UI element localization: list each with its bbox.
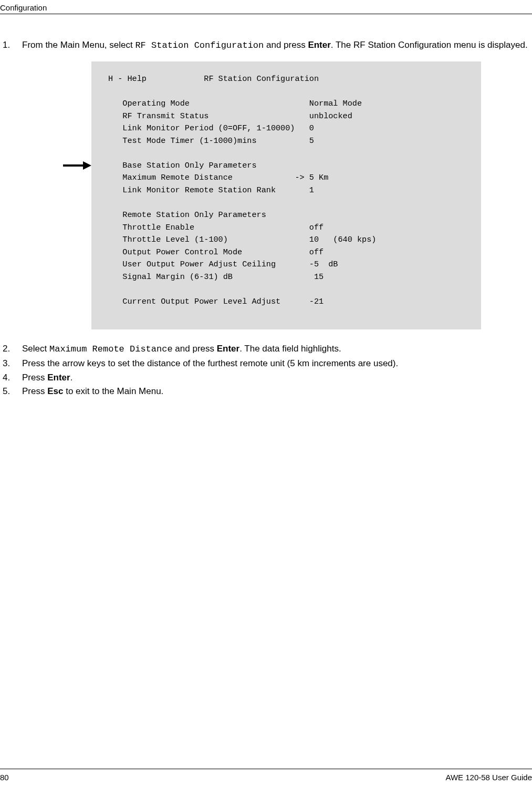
arrow-right-icon	[63, 160, 91, 171]
step-text-post: . The data field highlights.	[239, 344, 341, 354]
step-number: 2.	[3, 343, 10, 355]
step-3: 3. Press the arrow keys to set the dista…	[0, 358, 532, 370]
step-text-mid: and press	[173, 344, 217, 354]
step-text-post: . The RF Station Configuration menu is d…	[331, 40, 528, 50]
step-text-pre: From the Main Menu, select	[22, 40, 135, 50]
page-number: 80	[0, 773, 9, 782]
terminal-text: H - Help RF Station Configuration Operat…	[91, 61, 481, 329]
step-code: Maximum Remote Distance	[49, 344, 173, 354]
header-section-title: Configuration	[0, 3, 47, 12]
step-2: 2. Select Maximum Remote Distance and pr…	[0, 343, 532, 356]
step-text-post: .	[70, 373, 73, 382]
svg-marker-1	[83, 161, 91, 170]
step-text-post: to exit to the Main Menu.	[63, 386, 163, 396]
step-number: 3.	[3, 358, 10, 370]
step-list: 1. From the Main Menu, select RF Station…	[0, 39, 532, 398]
terminal-screenshot: H - Help RF Station Configuration Operat…	[91, 61, 481, 329]
step-4: 4. Press Enter.	[0, 372, 532, 384]
guide-title: AWE 120-58 User Guide	[445, 773, 532, 782]
step-number: 5.	[3, 386, 10, 398]
step-text-pre: Press	[22, 373, 47, 382]
step-1: 1. From the Main Menu, select RF Station…	[0, 39, 532, 329]
step-code: RF Station Configuration	[135, 40, 264, 50]
step-bold: Enter	[47, 373, 70, 382]
page-content: 1. From the Main Menu, select RF Station…	[0, 39, 532, 400]
footer-divider	[0, 769, 532, 769]
step-bold: Esc	[47, 386, 63, 396]
step-text-pre: Press	[22, 386, 47, 396]
step-bold: Enter	[308, 40, 330, 50]
step-number: 4.	[3, 372, 10, 384]
step-text-mid: and press	[264, 40, 308, 50]
step-text-pre: Select	[22, 344, 49, 354]
step-bold: Enter	[217, 344, 239, 354]
header-divider	[0, 14, 532, 14]
step-number: 1.	[3, 39, 10, 51]
step-5: 5. Press Esc to exit to the Main Menu.	[0, 386, 532, 398]
step-text: Press the arrow keys to set the distance…	[22, 358, 398, 368]
